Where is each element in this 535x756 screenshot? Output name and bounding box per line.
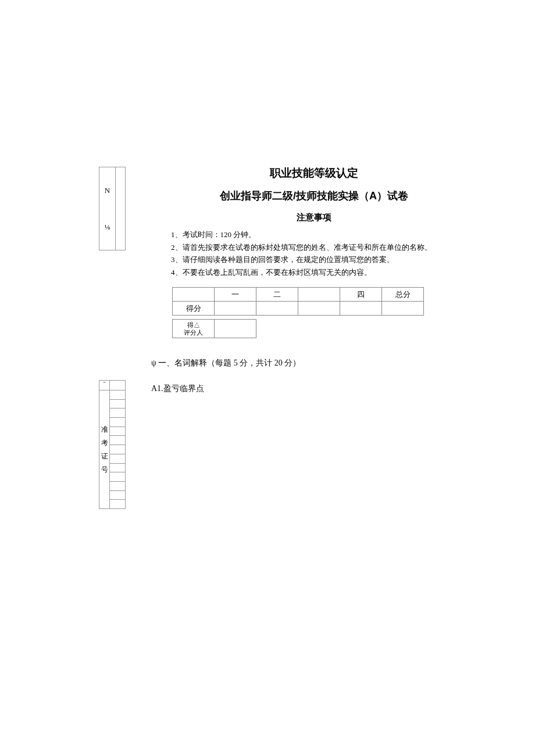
score-header-1: 一 bbox=[215, 288, 256, 302]
id-label-char: 证 bbox=[101, 452, 108, 461]
notice-item: 1、考试时间：120 分钟。 bbox=[171, 229, 477, 241]
id-digit-cell bbox=[110, 445, 125, 454]
score-cell bbox=[215, 302, 256, 316]
id-digit-cell bbox=[110, 491, 125, 500]
left-sidebar-box-1-labels: N ⅛ bbox=[99, 167, 116, 250]
notice-item: 3、请仔细阅读各种题目的回答要求，在规定的位置填写您的答案。 bbox=[171, 254, 477, 266]
score-cell bbox=[256, 302, 298, 316]
table-row: 得△ 评分人 bbox=[173, 320, 256, 338]
id-digit-cell bbox=[110, 390, 125, 400]
id-digit-cell bbox=[110, 454, 125, 464]
id-digit-cell bbox=[110, 436, 125, 445]
score-row-label: 得分 bbox=[173, 302, 215, 316]
top-empty bbox=[110, 381, 125, 390]
id-digit-cell bbox=[110, 400, 125, 409]
left-sidebar-box-1: N ⅛ bbox=[99, 167, 126, 250]
grader-table: 得△ 评分人 bbox=[172, 319, 256, 338]
page-title-1: 职业技能等级认定 bbox=[151, 166, 477, 181]
left-sidebar-box-2: ″ 准 考 证 号 bbox=[99, 380, 126, 509]
score-header-3 bbox=[298, 288, 340, 302]
id-digit-cell bbox=[110, 427, 125, 436]
id-digit-cell bbox=[110, 500, 125, 508]
notice-list: 1、考试时间：120 分钟。 2、请首先按要求在试卷的标封处填写您的姓名、准考证… bbox=[171, 229, 477, 278]
left-box-2-label-col: 准 考 证 号 bbox=[99, 390, 110, 508]
score-cell bbox=[298, 302, 340, 316]
grader-label-line2: 评分人 bbox=[184, 329, 203, 336]
left-box-2-body: 准 考 证 号 bbox=[99, 390, 126, 509]
id-label-char: 考 bbox=[101, 438, 108, 448]
label-frac: ⅛ bbox=[105, 223, 110, 232]
notice-item: 4、不要在试卷上乱写乱画，不要在标封区填写无关的内容。 bbox=[171, 267, 477, 278]
table-row: 得分 bbox=[173, 302, 424, 316]
id-digit-cell bbox=[110, 409, 125, 418]
left-sidebar-box-1-empty bbox=[116, 167, 125, 250]
score-cell bbox=[340, 302, 382, 316]
grader-label: 得△ 评分人 bbox=[173, 320, 215, 338]
left-box-2-lines bbox=[110, 390, 125, 508]
page-title-2: 创业指导师二级/技师技能实操（A）试卷 bbox=[151, 189, 477, 203]
score-header-blank bbox=[173, 288, 215, 302]
id-label-char: 准 bbox=[101, 425, 108, 435]
table-row: 一 二 四 总分 bbox=[173, 288, 424, 302]
label-n: N bbox=[105, 186, 110, 195]
score-header-4: 四 bbox=[340, 288, 382, 302]
score-header-total: 总分 bbox=[382, 288, 424, 302]
id-digit-cell bbox=[110, 482, 125, 491]
id-digit-cell bbox=[110, 464, 125, 473]
score-table: 一 二 四 总分 得分 bbox=[172, 287, 424, 316]
notice-heading: 注意事项 bbox=[151, 212, 477, 223]
id-digit-cell bbox=[110, 472, 125, 482]
main-content: 职业技能等级认定 创业指导师二级/技师技能实操（A）试卷 注意事项 1、考试时间… bbox=[151, 166, 477, 394]
score-header-2: 二 bbox=[256, 288, 298, 302]
id-digit-cell bbox=[110, 418, 125, 427]
question-item: A1.盈亏临界点 bbox=[151, 384, 477, 394]
score-cell bbox=[382, 302, 424, 316]
top-char: ″ bbox=[99, 381, 110, 390]
notice-item: 2、请首先按要求在试卷的标封处填写您的姓名、准考证号和所在单位的名称。 bbox=[171, 242, 477, 253]
left-box-2-top: ″ bbox=[99, 380, 126, 390]
section-1-heading: ψ 一、名词解释（每题 5 分，共计 20 分） bbox=[151, 358, 477, 368]
grader-cell bbox=[215, 320, 256, 338]
grader-label-line1: 得△ bbox=[187, 321, 200, 328]
id-label-char: 号 bbox=[101, 465, 108, 475]
